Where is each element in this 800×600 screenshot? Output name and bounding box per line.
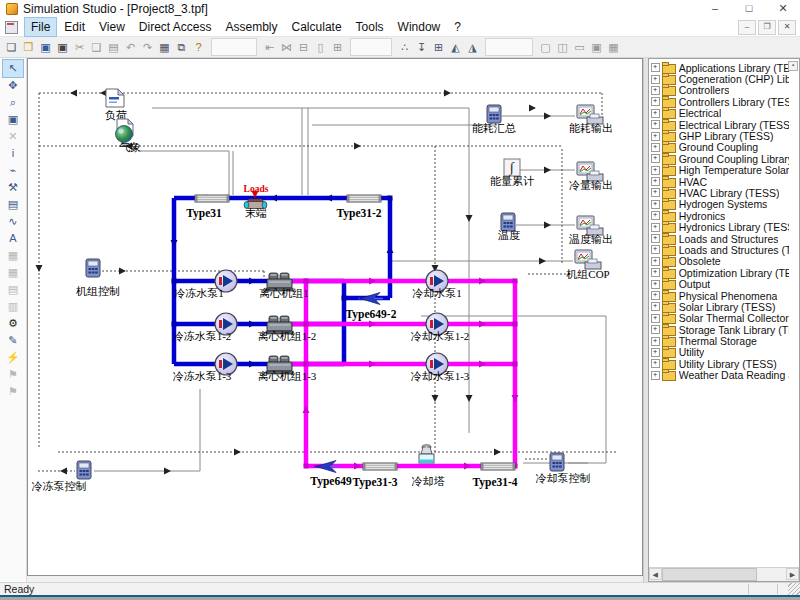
expand-icon[interactable]: + [651,166,660,175]
tree-item-physical-phenomena[interactable]: +Physical Phenomena [651,290,789,301]
node-unit-control[interactable] [86,259,100,277]
text-tool[interactable]: A [3,230,23,247]
layer-tool-2[interactable]: ▥ [3,298,23,315]
tree-item-electrical-library-tess[interactable]: +Electrical Library (TESS) [651,119,789,130]
plot-button[interactable]: ◮ [464,39,481,55]
save-button[interactable]: ▣ [37,39,54,55]
node-type649-2[interactable] [358,293,383,305]
node-type649[interactable] [314,461,339,473]
tree-item-utility[interactable]: +Utility [651,347,789,358]
link-curve-tool[interactable]: ∿ [3,213,23,230]
grid-tool-2[interactable]: ▦ [3,264,23,281]
expand-icon[interactable]: + [651,257,660,266]
tree-item-ground-coupling[interactable]: +Ground Coupling [651,142,789,153]
help-button[interactable]: ? [190,39,207,55]
expand-icon[interactable]: + [651,268,660,277]
menu-view[interactable]: View [93,18,131,36]
menu-calculate[interactable]: Calculate [286,18,348,36]
zoom-grid-button[interactable]: ⊞ [329,39,346,55]
tree-item-hvac-library-tess[interactable]: +HVAC Library (TESS) [651,187,789,198]
move-down-button[interactable]: ↧ [413,39,430,55]
print-button[interactable]: ▦ [156,39,173,55]
print-preview-button[interactable]: ⧉ [173,39,190,55]
expand-icon[interactable]: + [651,291,660,300]
probe-tool[interactable]: ⌁ [3,162,23,179]
tree-item-weather-data-reading-and-process[interactable]: +Weather Data Reading and Process [651,370,789,381]
tree-item-hvac[interactable]: +HVAC [651,176,789,187]
child-restore-button[interactable]: ❐ [758,20,776,35]
wrench-tool[interactable]: ⚒ [3,179,23,196]
expand-icon[interactable]: + [651,223,660,232]
node-chw-pump-ctrl[interactable] [77,461,91,479]
new-button[interactable]: ❏ [3,39,20,55]
child-close-button[interactable]: ✕ [778,20,796,35]
expand-icon[interactable]: + [651,75,660,84]
tree-item-solar-library-tess[interactable]: +Solar Library (TESS) [651,301,789,312]
expand-icon[interactable]: + [651,314,660,323]
link-tool-button[interactable]: ∴ [396,39,413,55]
tile-horizontal-button[interactable]: ◫ [554,39,571,55]
cut-button[interactable]: ✂ [71,39,88,55]
menu-edit[interactable]: Edit [58,18,91,36]
node-cooling-tower[interactable] [419,445,434,463]
node-load-reader[interactable] [106,89,124,107]
project-canvas[interactable]: ∫ [27,58,643,576]
tree-item-ground-coupling-library-tess[interactable]: +Ground Coupling Library (TESS) [651,153,789,164]
zoom-out-button[interactable]: ⊟ [295,39,312,55]
tree-item-loads-and-structures[interactable]: +Loads and Structures [651,233,789,244]
flag-tool-2[interactable]: ⚑ [3,383,23,400]
node-type31[interactable] [195,195,229,202]
node-type31-4[interactable] [481,463,515,470]
flag-tool-1[interactable]: ⚑ [3,366,23,383]
tile-vertical-button[interactable]: ▭ [571,39,588,55]
image-tool[interactable]: ▣ [3,111,23,128]
tree-item-optimization-library-tess[interactable]: +Optimization Library (TESS) [651,267,789,278]
scroll-left-icon[interactable]: ◀ [649,568,662,580]
select-tool[interactable]: ↖ [3,60,23,77]
save-all-button[interactable]: ▣ [54,39,71,55]
expand-icon[interactable]: + [651,211,660,220]
expand-icon[interactable]: + [651,97,660,106]
tree-item-controllers-library-tess[interactable]: +Controllers Library (TESS) [651,96,789,107]
expand-icon[interactable]: + [651,337,660,346]
tree-item-electrical[interactable]: +Electrical [651,108,789,119]
copy-button[interactable]: ❑ [88,39,105,55]
close-button[interactable]: ✕ [766,0,800,18]
expand-icon[interactable]: + [651,177,660,186]
tree-item-controllers[interactable]: +Controllers [651,85,789,96]
node-energy-sum[interactable] [487,105,501,123]
node-type31-2[interactable] [347,195,381,202]
expand-icon[interactable]: + [651,109,660,118]
pen-tool[interactable]: ✎ [3,332,23,349]
menu-?[interactable]: ? [448,18,467,36]
paste-button[interactable]: ▤ [105,39,122,55]
tree-item-hydronics-library-tess[interactable]: +Hydronics Library (TESS) [651,221,789,232]
layer-tool-1[interactable]: ▤ [3,281,23,298]
child-minimize-button[interactable]: – [738,20,756,35]
close-all-button[interactable]: ▦ [605,39,622,55]
expand-icon[interactable]: + [651,188,660,197]
tree-item-loads-and-structures-tess[interactable]: +Loads and Structures (TESS) [651,244,789,255]
expand-icon[interactable]: + [651,86,660,95]
expand-icon[interactable]: + [651,280,660,289]
stamp-tool[interactable]: ▤ [3,196,23,213]
delete-tool[interactable]: ✕ [3,128,23,145]
tree-item-cogeneration-chp-library-tess[interactable]: +Cogeneration (CHP) Library (TESS) [651,73,789,84]
cascade-button[interactable]: ▢ [537,39,554,55]
scrollbar-thumb[interactable] [662,568,757,581]
tree-item-high-temperature-solar-tess[interactable]: +High Temperature Solar (TESS) [651,165,789,176]
tree-item-ghp-library-tess[interactable]: +GHP Library (TESS) [651,130,789,141]
tree-item-thermal-storage[interactable]: +Thermal Storage [651,335,789,346]
scroll-right-icon[interactable]: ▶ [786,568,799,580]
cooling-water-pipes[interactable] [292,281,515,466]
tree-item-solar-thermal-collectors[interactable]: +Solar Thermal Collectors [651,313,789,324]
expand-icon[interactable]: + [651,154,660,163]
expand-icon[interactable]: + [651,348,660,357]
info-tool[interactable]: i [3,145,23,162]
node-cw-pump-ctrl[interactable] [550,453,564,471]
panel-scroll-button[interactable]: ▪ [788,61,798,71]
expand-icon[interactable]: + [651,132,660,141]
undo-button[interactable]: ↶ [122,39,139,55]
tree-item-applications-library-tess[interactable]: +Applications Library (TESS) [651,62,789,73]
document-icon[interactable] [5,21,18,34]
